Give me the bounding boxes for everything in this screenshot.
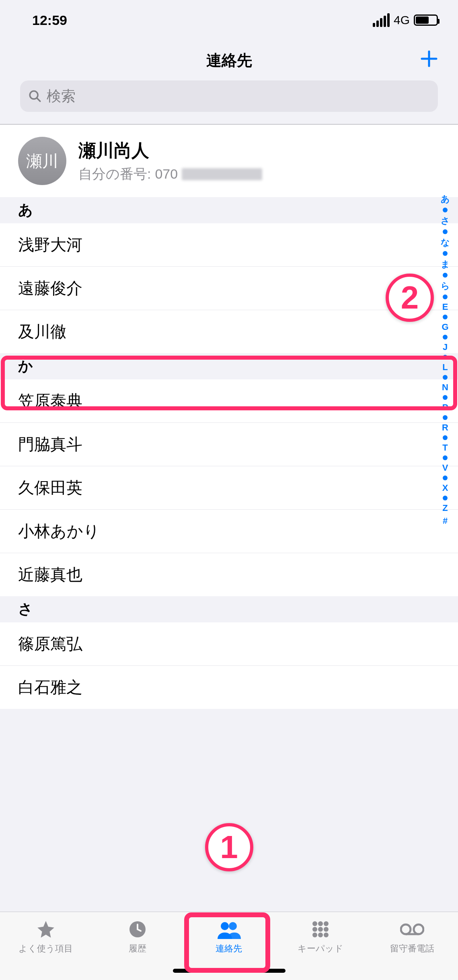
search-input[interactable]: 検索 <box>20 80 438 112</box>
index-letter[interactable]: L <box>442 362 448 373</box>
contact-row[interactable]: 久保田英 <box>0 466 458 510</box>
battery-icon <box>414 14 438 26</box>
index-letter[interactable]: さ <box>441 215 450 227</box>
search-placeholder: 検索 <box>47 86 76 106</box>
status-right: 4G <box>373 13 438 27</box>
status-time: 12:59 <box>20 12 67 28</box>
add-contact-button[interactable] <box>420 50 438 71</box>
my-card-name: 瀬川尚人 <box>78 139 262 163</box>
index-dot[interactable] <box>443 476 448 480</box>
nav-header: 連絡先 <box>0 40 458 80</box>
star-icon <box>36 919 56 939</box>
svg-point-7 <box>324 921 329 926</box>
contact-row[interactable]: 門脇真斗 <box>0 423 458 466</box>
tab-voicemail[interactable]: 留守番電話 <box>366 919 458 955</box>
index-letter[interactable]: N <box>442 382 448 393</box>
index-dot[interactable] <box>443 273 448 278</box>
svg-point-5 <box>312 921 317 926</box>
tab-label: 履歴 <box>129 943 146 955</box>
index-dot[interactable] <box>443 435 448 440</box>
section-header-ka: か <box>0 353 458 379</box>
clock-icon <box>128 919 147 939</box>
tab-label: よく使う項目 <box>18 943 73 955</box>
contact-row[interactable]: 小林あかり <box>0 510 458 553</box>
index-dot[interactable] <box>443 208 448 212</box>
my-card[interactable]: 瀬川 瀬川尚人 自分の番号: 070 <box>0 125 458 197</box>
page-title: 連絡先 <box>206 50 252 71</box>
svg-point-14 <box>401 924 411 934</box>
index-letter[interactable]: J <box>443 342 448 352</box>
contact-row[interactable]: 及川徹 <box>0 310 458 353</box>
redacted-number <box>182 168 262 180</box>
index-dot[interactable] <box>443 415 448 420</box>
my-card-number: 自分の番号: 070 <box>78 165 262 183</box>
svg-point-10 <box>324 927 329 932</box>
tab-keypad[interactable]: キーパッド <box>275 919 366 955</box>
index-letter[interactable]: V <box>442 463 448 473</box>
svg-point-6 <box>318 921 323 926</box>
annotation-callout-2: 2 <box>386 274 434 322</box>
voicemail-icon <box>400 919 424 939</box>
tab-label: キーパッド <box>298 943 343 955</box>
svg-point-15 <box>414 924 423 934</box>
index-letter[interactable]: # <box>443 516 448 526</box>
svg-point-11 <box>312 933 317 937</box>
section-index-bar[interactable]: あさなまらEGJLNPRTVXZ# <box>437 193 453 526</box>
index-dot[interactable] <box>443 375 448 380</box>
avatar: 瀬川 <box>18 137 66 185</box>
index-letter[interactable]: E <box>442 302 448 312</box>
index-dot[interactable] <box>443 294 448 299</box>
section-header-sa: さ <box>0 596 458 622</box>
keypad-icon <box>311 919 330 939</box>
tab-label: 留守番電話 <box>390 943 434 955</box>
contact-row[interactable]: 近藤真也 <box>0 553 458 596</box>
index-dot[interactable] <box>443 251 448 256</box>
index-dot[interactable] <box>443 455 448 460</box>
index-dot[interactable] <box>443 395 448 400</box>
svg-line-1 <box>37 98 40 101</box>
svg-point-12 <box>318 933 323 937</box>
index-letter[interactable]: な <box>441 237 450 249</box>
search-icon <box>28 89 42 103</box>
index-dot[interactable] <box>443 315 448 319</box>
index-dot[interactable] <box>443 355 448 360</box>
index-letter[interactable]: あ <box>441 193 450 205</box>
section-header-a: あ <box>0 197 458 223</box>
cellular-signal-icon <box>373 13 390 27</box>
tab-recents[interactable]: 履歴 <box>92 919 183 955</box>
annotation-highlight-tab <box>184 912 270 973</box>
svg-point-9 <box>318 927 323 932</box>
svg-point-13 <box>324 933 329 937</box>
index-dot[interactable] <box>443 229 448 234</box>
index-letter[interactable]: P <box>442 402 448 413</box>
tab-favorites[interactable]: よく使う項目 <box>0 919 92 955</box>
index-letter[interactable]: R <box>442 422 448 433</box>
search-container: 検索 <box>0 80 458 124</box>
index-letter[interactable]: G <box>442 322 448 332</box>
index-dot[interactable] <box>443 496 448 500</box>
index-letter[interactable]: X <box>442 483 448 493</box>
index-letter[interactable]: T <box>442 443 448 453</box>
annotation-callout-1: 1 <box>205 823 253 871</box>
contact-row[interactable]: 笠原泰典 <box>0 379 458 423</box>
network-label: 4G <box>394 13 410 27</box>
index-letter[interactable]: ま <box>441 258 450 270</box>
index-letter[interactable]: Z <box>442 503 448 513</box>
status-bar: 12:59 4G <box>0 0 458 40</box>
contact-row[interactable]: 浅野大河 <box>0 223 458 267</box>
index-letter[interactable]: ら <box>441 280 450 292</box>
contact-row[interactable]: 篠原篤弘 <box>0 622 458 666</box>
svg-point-8 <box>312 927 317 932</box>
contact-row[interactable]: 白石雅之 <box>0 666 458 709</box>
index-dot[interactable] <box>443 335 448 340</box>
plus-icon <box>420 50 438 68</box>
